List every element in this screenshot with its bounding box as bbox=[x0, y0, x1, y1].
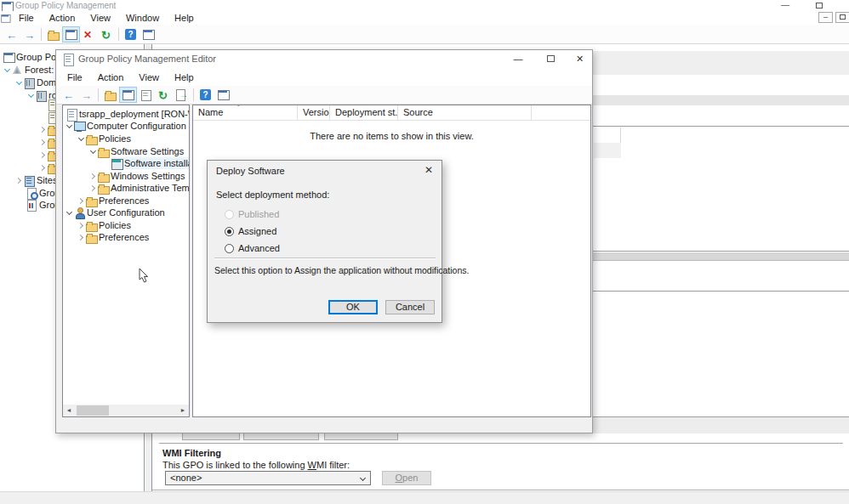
menu-help[interactable]: Help bbox=[167, 11, 202, 25]
tree-item-software-settings[interactable]: Software Settings bbox=[88, 145, 184, 157]
minimize-button[interactable]: — bbox=[770, 0, 801, 11]
wmi-filter-value: <none> bbox=[170, 473, 202, 483]
security-filtering-add-button-clipped[interactable] bbox=[182, 433, 240, 440]
chevron-right-icon[interactable] bbox=[77, 233, 86, 242]
tree-item-computer-configuration[interactable]: Computer Configuration bbox=[65, 120, 186, 132]
gpme-minimize-button[interactable]: — bbox=[502, 50, 534, 68]
chevron-down-icon[interactable] bbox=[65, 208, 74, 218]
radio-icon[interactable] bbox=[225, 244, 234, 253]
back-button[interactable] bbox=[60, 87, 77, 103]
scrollbar-thumb[interactable] bbox=[77, 405, 109, 416]
ok-button[interactable]: OK bbox=[328, 300, 378, 314]
tree-item-sites[interactable]: Sites bbox=[14, 174, 57, 186]
cancel-button[interactable]: Cancel bbox=[385, 300, 435, 314]
chevron-down-icon[interactable] bbox=[88, 147, 98, 156]
chevron-down-icon[interactable] bbox=[77, 134, 86, 144]
chevron-right-icon[interactable] bbox=[14, 176, 24, 185]
show-console-tree-button[interactable] bbox=[62, 26, 80, 42]
gpme-menu-action[interactable]: Action bbox=[90, 71, 132, 84]
properties-button[interactable] bbox=[137, 87, 155, 103]
tree-item-windows-settings[interactable]: Windows Settings bbox=[88, 170, 185, 182]
main-menubar: File Action View Window Help – bbox=[0, 11, 849, 25]
restore-button[interactable] bbox=[804, 0, 835, 11]
radio-assigned[interactable]: Assigned bbox=[225, 226, 276, 236]
folder-icon bbox=[86, 232, 97, 243]
chevron-down-icon[interactable] bbox=[3, 65, 12, 75]
tree-item-policies[interactable]: Policies bbox=[77, 133, 131, 144]
gpme-maximize-button[interactable] bbox=[534, 50, 567, 68]
chevron-right-icon[interactable] bbox=[38, 150, 48, 160]
up-one-level-button[interactable] bbox=[44, 26, 62, 42]
chevron-right-icon[interactable] bbox=[38, 163, 48, 173]
console-window-button[interactable] bbox=[140, 26, 157, 42]
up-one-level-button[interactable] bbox=[101, 87, 119, 103]
tree-item-user-policies[interactable]: Policies bbox=[77, 219, 131, 231]
refresh-button[interactable] bbox=[155, 87, 173, 103]
column-deployment-state[interactable]: Deployment st... bbox=[330, 105, 398, 120]
radio-selected-icon[interactable] bbox=[225, 227, 234, 236]
forward-button[interactable] bbox=[20, 26, 38, 42]
scroll-left-arrow[interactable]: ◄ bbox=[63, 405, 75, 416]
chevron-right-icon[interactable] bbox=[77, 196, 86, 206]
menu-file[interactable]: File bbox=[11, 11, 42, 25]
folder-up-icon bbox=[105, 89, 116, 100]
chevron-right-icon[interactable] bbox=[38, 138, 48, 147]
chevron-right-icon[interactable] bbox=[77, 221, 86, 230]
toolbar-separator bbox=[193, 88, 194, 101]
main-toolbar bbox=[0, 25, 849, 44]
chevron-right-icon[interactable] bbox=[38, 125, 48, 134]
gpme-titlebar[interactable]: Group Policy Management Editor — ✕ bbox=[56, 50, 592, 69]
show-console-tree-button[interactable] bbox=[119, 87, 137, 103]
export-list-button[interactable] bbox=[173, 87, 191, 103]
menu-action[interactable]: Action bbox=[42, 11, 83, 25]
gpme-menu-help[interactable]: Help bbox=[167, 71, 202, 84]
column-source[interactable]: Source bbox=[398, 105, 532, 120]
refresh-icon bbox=[158, 89, 169, 100]
scroll-right-arrow[interactable]: ► bbox=[177, 405, 189, 416]
column-version[interactable]: Version bbox=[298, 105, 330, 120]
gpme-menu-view[interactable]: View bbox=[131, 71, 167, 84]
chevron-right-icon[interactable] bbox=[88, 172, 98, 181]
chevron-down-icon[interactable] bbox=[14, 78, 24, 88]
child-minimize-button[interactable]: – bbox=[818, 12, 833, 23]
radio-published[interactable]: Published bbox=[225, 209, 279, 219]
folder-icon bbox=[98, 171, 109, 182]
refresh-button[interactable] bbox=[98, 26, 116, 42]
help-button[interactable] bbox=[122, 26, 140, 42]
console-tree-icon bbox=[123, 89, 134, 100]
tree-item-software-installation[interactable]: Software installat bbox=[111, 157, 190, 169]
gpme-close-button[interactable]: ✕ bbox=[567, 50, 593, 68]
child-restore-button[interactable] bbox=[835, 12, 849, 23]
chevron-right-icon[interactable] bbox=[88, 184, 98, 193]
console-icon bbox=[3, 52, 14, 63]
main-window-title: Group Policy Management bbox=[15, 0, 116, 11]
tree-item-administrative-templates[interactable]: Administrative Temp bbox=[88, 182, 190, 194]
delete-button[interactable] bbox=[80, 26, 98, 42]
horizontal-scrollbar[interactable]: ◄ ► bbox=[63, 405, 189, 416]
tree-item-user-preferences[interactable]: Preferences bbox=[77, 231, 149, 243]
wmi-open-button[interactable]: Open bbox=[382, 471, 431, 485]
list-cell-remnant bbox=[594, 143, 621, 158]
toolbar-separator bbox=[41, 28, 42, 41]
back-button[interactable] bbox=[3, 26, 20, 42]
chevron-down-icon[interactable] bbox=[65, 122, 74, 131]
tree-item-domains[interactable]: Dom bbox=[14, 76, 56, 88]
console-window-button[interactable] bbox=[214, 87, 232, 103]
gpme-menu-file[interactable]: File bbox=[60, 71, 90, 84]
radio-advanced[interactable]: Advanced bbox=[225, 243, 280, 253]
tree-item-user-configuration[interactable]: User Configuration bbox=[65, 207, 165, 218]
column-name[interactable]: Name bbox=[193, 105, 298, 120]
radio-icon[interactable] bbox=[225, 210, 234, 219]
security-filtering-remove-button-clipped[interactable] bbox=[243, 433, 319, 440]
security-filtering-properties-button-clipped[interactable] bbox=[324, 433, 398, 440]
menu-view[interactable]: View bbox=[83, 11, 118, 25]
chevron-down-icon[interactable] bbox=[26, 91, 36, 100]
sites-icon bbox=[24, 175, 35, 186]
tree-item-preferences[interactable]: Preferences bbox=[77, 195, 149, 207]
wmi-filter-select[interactable]: <none> bbox=[165, 471, 371, 485]
dialog-close-button[interactable]: ✕ bbox=[419, 163, 438, 178]
tree-item-gpo-root[interactable]: tsrapp_deployment [RON-WINS bbox=[66, 108, 190, 120]
help-button[interactable] bbox=[197, 87, 214, 103]
menu-window[interactable]: Window bbox=[118, 11, 167, 25]
forward-button[interactable] bbox=[77, 87, 95, 103]
